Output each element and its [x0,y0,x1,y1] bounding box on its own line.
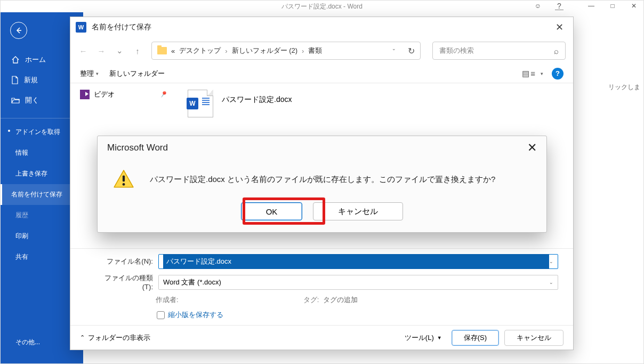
save-dialog-titlebar: W 名前を付けて保存 ✕ [70,17,573,37]
nav-forward[interactable]: → [96,46,107,56]
warning-icon [112,168,135,191]
msgbox-titlebar: Microsoft Word ✕ [98,136,546,160]
file-name: パスワード設定.docx [222,90,292,105]
tree-item-videos[interactable]: ビデオ 📍 [76,86,172,102]
main-titlebar: パスワード設定.docx - Word ☺ ? — □ ✕ [1,1,643,12]
save-dialog-close[interactable]: ✕ [551,19,568,35]
window-minimize[interactable]: — [587,2,595,10]
sidebar-home-label: ホーム [25,55,46,65]
tag-field[interactable]: タグ: タグの追加 [303,295,358,305]
dialog-footer: ⌃ フォルダーの非表示 ツール(L) ▼ 保存(S) キャンセル [70,325,573,350]
organize-button[interactable]: 整理 ▾ [80,69,99,78]
nav-back[interactable]: ← [78,46,88,56]
ok-button[interactable]: OK [241,202,303,220]
save-dialog-title: 名前を付けて保存 [92,22,151,32]
author-field[interactable]: 作成者: [156,295,181,305]
sidebar-open-label: 開く [25,96,39,105]
hide-folders-button[interactable]: ⌃ フォルダーの非表示 [80,333,150,343]
toolbar: 整理 ▾ 新しいフォルダー ▤≡ ▾ ? [70,64,573,83]
video-icon [80,90,90,99]
svg-point-2 [123,183,125,186]
pin-icon: 📍 [158,89,168,100]
folder-icon [157,47,167,54]
breadcrumb-prefix: « [171,47,175,55]
file-item[interactable]: W パスワード設定.docx [188,90,562,117]
nav-up[interactable]: ↑ [132,46,143,56]
save-button[interactable]: 保存(S) [452,330,499,346]
help-icon[interactable]: ? [555,2,564,10]
address-bar[interactable]: « デスクトップ › 新しいフォルダー (2) › 書類 ⌄ ↻ [151,42,421,60]
cancel-button[interactable]: キャンセル [504,330,564,346]
svg-rect-1 [123,176,125,182]
tools-menu[interactable]: ツール(L) ▼ [405,333,442,343]
address-dropdown[interactable]: ⌄ [392,46,396,56]
filename-label: ファイル名(N): [97,257,153,266]
filename-input[interactable]: パスワード設定.docx ⌄ [158,254,558,269]
chevron-right-icon: › [225,47,227,55]
word-icon: W [76,22,86,33]
help-button[interactable]: ? [552,68,564,80]
nav-row: ← → ⌄ ↑ « デスクトップ › 新しいフォルダー (2) › 書類 [70,37,573,64]
emoji-icon[interactable]: ☺ [534,2,542,10]
view-button[interactable]: ▤≡ ▾ [522,69,543,78]
refresh-button[interactable]: ↻ [408,46,415,56]
main-title: パスワード設定.docx - Word [281,2,363,11]
back-button[interactable] [10,22,27,39]
window-maximize[interactable]: □ [608,2,617,10]
nav-recent[interactable]: ⌄ [114,46,125,56]
sidebar-addin-label: アドインを取得 [15,128,60,137]
save-as-dialog: W 名前を付けて保存 ✕ ← → ⌄ ↑ « [70,17,574,350]
breadcrumb-seg1[interactable]: デスクトップ [179,46,221,56]
save-thumbnail-checkbox[interactable]: 縮小版を保存する [157,310,558,320]
window-close[interactable]: ✕ [630,2,638,10]
checkbox-icon [157,311,165,319]
breadcrumb-seg3[interactable]: 書類 [308,46,322,56]
form-area: ファイル名(N): パスワード設定.docx ⌄ ファイルの種類(T): Wor… [70,248,573,325]
hint-text: リックしま [608,83,640,92]
search-icon: ⌕ [554,46,559,56]
new-folder-button[interactable]: 新しいフォルダー [109,69,165,78]
filetype-label: ファイルの種類(T): [97,273,153,291]
docx-icon: W [188,90,213,117]
overwrite-confirm-dialog: Microsoft Word ✕ パスワード設定.docx という名前のファイル… [97,136,547,233]
msgbox-close[interactable]: ✕ [527,141,537,155]
msgbox-cancel-button[interactable]: キャンセル [313,202,403,220]
sidebar-new-label: 新規 [24,75,38,85]
msgbox-message: パスワード設定.docx という名前のファイルが既に存在します。このファイルで置… [150,175,495,185]
search-placeholder: 書類の検索 [439,46,474,56]
search-box[interactable]: 書類の検索 ⌕ [432,42,566,60]
content-area: リックしま W 名前を付けて保存 ✕ ← → ⌄ ↑ [83,12,643,363]
breadcrumb-seg2[interactable]: 新しいフォルダー (2) [232,46,298,56]
word-main-window: パスワード設定.docx - Word ☺ ? — □ ✕ ホーム 新規 [0,0,644,364]
chevron-right-icon: › [302,47,304,55]
filetype-select[interactable]: Word 文書 (*.docx) ⌄ [158,275,558,290]
